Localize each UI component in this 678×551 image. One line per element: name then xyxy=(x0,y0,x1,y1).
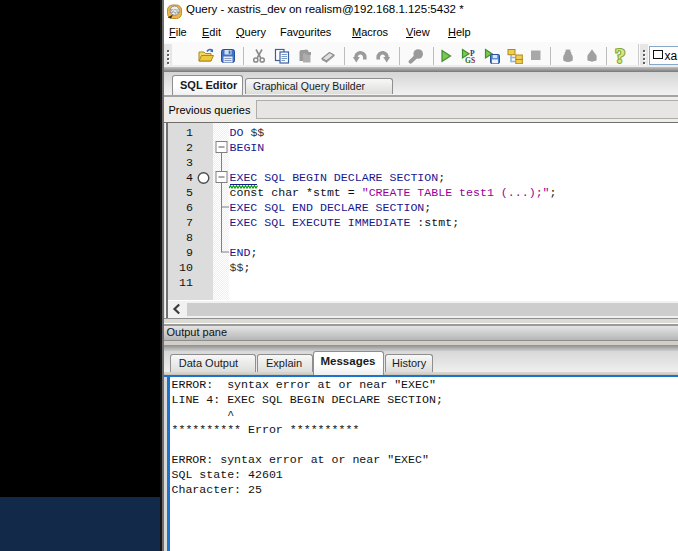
svg-text:?: ? xyxy=(614,48,625,64)
svg-text:SQL: SQL xyxy=(170,9,180,14)
svg-text:S: S xyxy=(471,56,475,64)
